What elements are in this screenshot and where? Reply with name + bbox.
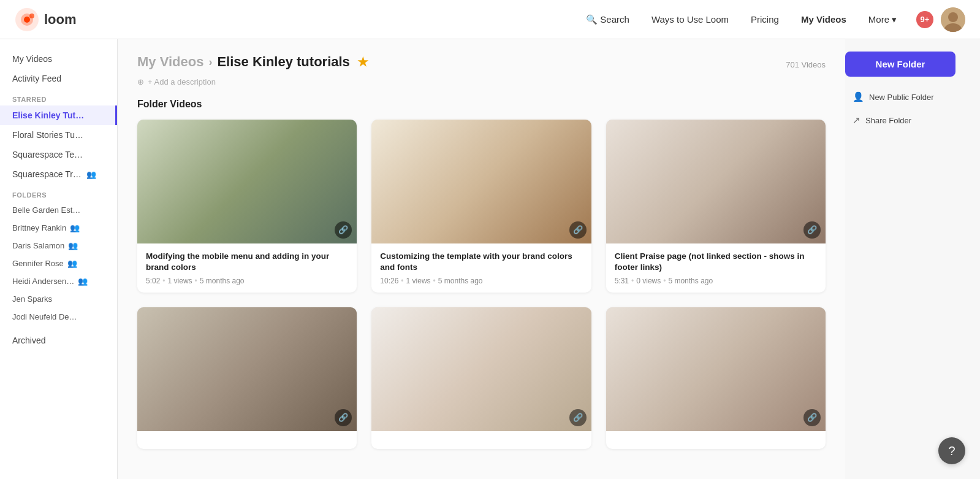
shared-icon-brittney: 👥 bbox=[70, 223, 80, 232]
video-card-6[interactable]: 🔗 bbox=[606, 307, 826, 449]
breadcrumb-current: Elise Kinley tutorials bbox=[217, 54, 349, 70]
share-folder-label: Share Folder bbox=[865, 116, 911, 125]
new-public-folder-label: New Public Folder bbox=[869, 93, 934, 102]
sidebar-item-squarespace-te[interactable]: Squarespace Te… bbox=[0, 145, 117, 164]
folder-label-4: Heidi Andersen… bbox=[12, 277, 74, 286]
share-folder-action[interactable]: ↗ Share Folder bbox=[845, 110, 980, 131]
new-folder-button[interactable]: New Folder bbox=[845, 52, 955, 77]
video-age-1: 5 months ago bbox=[200, 277, 245, 285]
activity-feed-label: Activity Feed bbox=[12, 74, 61, 83]
pricing-label: Pricing bbox=[751, 14, 779, 25]
sidebar-item-archived[interactable]: Archived bbox=[0, 331, 117, 350]
ways-label: Ways to Use Loom bbox=[651, 14, 729, 25]
video-meta-3: 5:31 • 0 views • 5 months ago bbox=[615, 277, 817, 285]
avatar[interactable] bbox=[941, 7, 965, 32]
sidebar: My Videos Activity Feed Starred Elise Ki… bbox=[0, 39, 118, 479]
starred-item-label-2: Squarespace Te… bbox=[12, 150, 83, 159]
notif-count: 9+ bbox=[921, 15, 930, 24]
svg-point-2 bbox=[24, 17, 30, 23]
breadcrumb: My Videos › Elise Kinley tutorials ★ bbox=[137, 54, 368, 70]
logo[interactable]: loom bbox=[15, 7, 77, 32]
folder-label-5: Jen Sparks bbox=[12, 294, 52, 304]
sidebar-folder-daris[interactable]: Daris Salamon 👥 bbox=[0, 237, 117, 255]
sidebar-folder-gennifer[interactable]: Gennifer Rose 👥 bbox=[0, 255, 117, 272]
video-card-2[interactable]: 🔗 Customizing the template with your bra… bbox=[371, 120, 591, 293]
video-meta-2: 10:26 • 1 views • 5 months ago bbox=[380, 277, 582, 285]
nav-pricing[interactable]: Pricing bbox=[741, 9, 789, 29]
sidebar-folder-jodi[interactable]: Jodi Neufeld De… bbox=[0, 308, 117, 326]
meta-dot: • bbox=[631, 277, 634, 285]
copy-link-icon-6[interactable]: 🔗 bbox=[803, 409, 821, 426]
video-count: 701 Videos bbox=[786, 60, 826, 69]
star-icon[interactable]: ★ bbox=[357, 55, 368, 69]
video-info-4 bbox=[137, 431, 357, 449]
sidebar-item-activity-feed[interactable]: Activity Feed bbox=[0, 69, 117, 88]
copy-link-icon-1[interactable]: 🔗 bbox=[335, 221, 352, 239]
video-info-1: Modifying the mobile menu and adding in … bbox=[137, 243, 357, 293]
shared-icon-heidi: 👥 bbox=[78, 277, 88, 286]
video-card-3[interactable]: 🔗 Client Praise page (not linked section… bbox=[606, 120, 826, 293]
video-thumbnail-5 bbox=[371, 307, 591, 431]
shared-icon-daris: 👥 bbox=[68, 241, 78, 250]
copy-link-icon-2[interactable]: 🔗 bbox=[569, 221, 587, 239]
video-card-5[interactable]: 🔗 bbox=[371, 307, 591, 449]
help-label: ? bbox=[948, 444, 955, 458]
public-folder-icon: 👤 bbox=[853, 91, 864, 102]
my-videos-sidebar-label: My Videos bbox=[12, 54, 52, 64]
sidebar-item-floral-stories[interactable]: Floral Stories Tu… bbox=[0, 125, 117, 145]
sidebar-folder-jen[interactable]: Jen Sparks bbox=[0, 290, 117, 308]
my-videos-label: My Videos bbox=[801, 14, 846, 25]
sidebar-folder-brittney[interactable]: Brittney Rankin 👥 bbox=[0, 219, 117, 237]
share-icon: ↗ bbox=[853, 115, 860, 126]
video-views-3: 0 views bbox=[636, 277, 661, 285]
video-title-2: Customizing the template with your brand… bbox=[380, 251, 582, 274]
help-button[interactable]: ? bbox=[938, 437, 965, 464]
new-public-folder-action[interactable]: 👤 New Public Folder bbox=[845, 86, 980, 107]
sidebar-item-squarespace-tr[interactable]: Squarespace Tr… 👥 bbox=[0, 164, 117, 184]
breadcrumb-separator: › bbox=[208, 56, 212, 69]
topnav: loom 🔍 Search Ways to Use Loom Pricing M… bbox=[0, 0, 980, 39]
sidebar-item-elise-kinley[interactable]: Elise Kinley Tut… bbox=[0, 105, 117, 125]
more-label: More bbox=[868, 14, 889, 25]
starred-section-label: Starred bbox=[0, 88, 117, 105]
plus-icon: ⊕ bbox=[137, 77, 144, 86]
chevron-down-icon: ▾ bbox=[892, 14, 897, 25]
sidebar-folder-belle[interactable]: Belle Garden Est… bbox=[0, 201, 117, 219]
nav-more[interactable]: More ▾ bbox=[859, 9, 906, 30]
breadcrumb-root[interactable]: My Videos bbox=[137, 54, 203, 70]
meta-dot: • bbox=[401, 277, 403, 285]
svg-point-5 bbox=[948, 12, 958, 22]
video-card-4[interactable]: 🔗 bbox=[137, 307, 357, 449]
video-info-6 bbox=[606, 431, 826, 449]
video-title-1: Modifying the mobile menu and adding in … bbox=[146, 251, 348, 274]
nav-search[interactable]: 🔍 Search bbox=[576, 9, 639, 30]
folder-label-1: Brittney Rankin bbox=[12, 223, 66, 232]
add-description[interactable]: ⊕ + Add a description bbox=[137, 77, 826, 86]
starred-item-label-0: Elise Kinley Tut… bbox=[12, 110, 84, 120]
search-icon: 🔍 bbox=[586, 14, 598, 25]
folder-label-3: Gennifer Rose bbox=[12, 259, 64, 268]
video-thumbnail-3 bbox=[606, 120, 826, 243]
video-duration-2: 10:26 bbox=[380, 277, 398, 285]
folder-label-6: Jodi Neufeld De… bbox=[12, 312, 77, 321]
sidebar-folder-heidi[interactable]: Heidi Andersen… 👥 bbox=[0, 272, 117, 290]
nav-my-videos[interactable]: My Videos bbox=[791, 9, 856, 29]
video-grid: 🔗 Modifying the mobile menu and adding i… bbox=[137, 120, 826, 449]
video-card-1[interactable]: 🔗 Modifying the mobile menu and adding i… bbox=[137, 120, 357, 293]
copy-link-icon-5[interactable]: 🔗 bbox=[569, 409, 587, 426]
notification-badge[interactable]: 9+ bbox=[916, 11, 933, 28]
video-thumbnail-4 bbox=[137, 307, 357, 431]
nav-right: 9+ bbox=[916, 7, 965, 32]
main-content: My Videos › Elise Kinley tutorials ★ 701… bbox=[118, 39, 845, 479]
video-info-2: Customizing the template with your brand… bbox=[371, 243, 591, 293]
layout: My Videos Activity Feed Starred Elise Ki… bbox=[0, 39, 980, 479]
nav-links: 🔍 Search Ways to Use Loom Pricing My Vid… bbox=[576, 9, 906, 30]
copy-link-icon-3[interactable]: 🔗 bbox=[803, 221, 821, 239]
folder-label-0: Belle Garden Est… bbox=[12, 205, 80, 215]
sidebar-item-my-videos[interactable]: My Videos bbox=[0, 49, 117, 69]
nav-ways[interactable]: Ways to Use Loom bbox=[642, 9, 739, 29]
video-thumbnail-6 bbox=[606, 307, 826, 431]
add-description-label: + Add a description bbox=[148, 77, 216, 86]
video-duration-1: 5:02 bbox=[146, 277, 160, 285]
shared-icon-3: 👥 bbox=[86, 170, 96, 179]
